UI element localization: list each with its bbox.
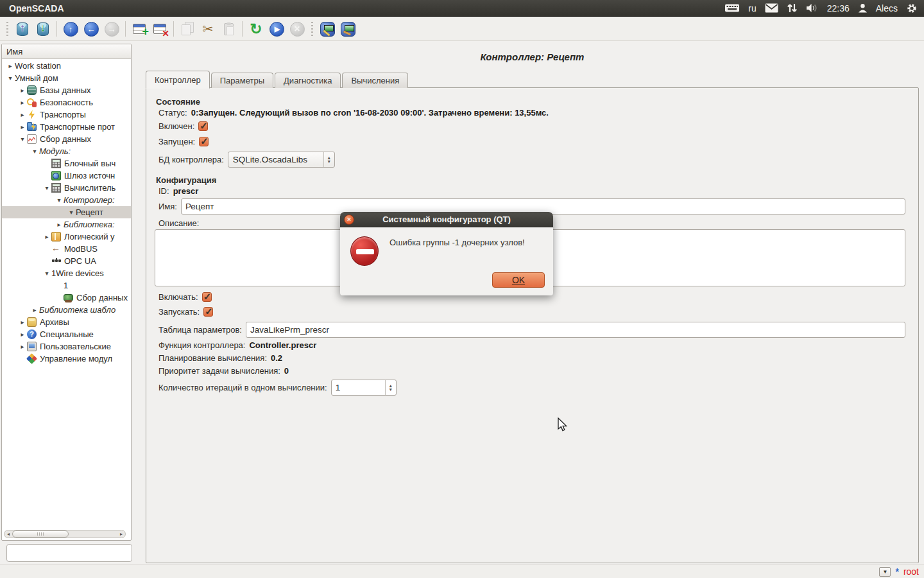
tab-Диагностика[interactable]: Диагностика (275, 73, 341, 88)
tree-item[interactable]: ▾ Умный дом (2, 72, 131, 84)
iterations-spinbox[interactable]: 1 ▲▼ (331, 380, 397, 396)
user-name[interactable]: Alecs (876, 3, 898, 13)
tree-item[interactable]: OPC UA (2, 255, 131, 267)
language-indicator[interactable]: ru (748, 3, 756, 13)
copy-item-button[interactable] (177, 19, 198, 39)
expander-icon[interactable]: ▸ (18, 87, 27, 94)
tree-item[interactable]: ▾ Рецепт (2, 206, 131, 218)
tree-item-label: Блочный выч (64, 159, 116, 168)
tree-item[interactable]: ▸ Транспортные прот (2, 121, 131, 133)
to-start-checkbox[interactable] (203, 307, 213, 317)
user-icon[interactable] (858, 3, 868, 13)
delete-item-button[interactable] (150, 19, 170, 39)
expander-icon[interactable]: ▸ (18, 99, 27, 106)
tree-item[interactable]: ▸ Логический у (2, 231, 131, 243)
ok-button[interactable]: OK (492, 272, 545, 288)
load-from-db-button[interactable] (12, 19, 33, 39)
spinbox-arrows-icon[interactable]: ▲▼ (385, 380, 396, 395)
tree-item[interactable]: Управление модул (2, 353, 131, 365)
volume-icon[interactable] (806, 3, 819, 13)
tree-item[interactable]: Шлюз источн (2, 170, 131, 182)
mail-icon[interactable] (765, 3, 778, 13)
expander-icon[interactable]: ▾ (30, 148, 39, 155)
close-icon[interactable]: ✕ (344, 215, 354, 225)
tree-item[interactable]: ▾ Вычислитель (2, 182, 131, 194)
statusbar-dropdown-icon[interactable]: ▼ (879, 567, 891, 577)
tree-header[interactable]: Имя (2, 44, 131, 59)
tab-Контроллер[interactable]: Контроллер (146, 71, 210, 89)
expander-icon[interactable]: ▾ (18, 136, 27, 143)
tree-item[interactable]: ▾ Сбор данных (2, 133, 131, 145)
param-table-input[interactable] (246, 322, 905, 338)
tree-horizontal-scrollbar[interactable]: ◂ ▸ (4, 530, 126, 538)
tree-item[interactable]: ▾ 1Wire devices (2, 267, 131, 279)
tree-item[interactable]: ▸ Пользовательские (2, 340, 131, 353)
toolbar: ↑←→▶✕ (0, 17, 924, 41)
configurator-button[interactable] (317, 19, 338, 39)
expander-icon[interactable]: ▾ (67, 209, 76, 216)
go-back-button[interactable]: ← (81, 19, 101, 39)
tree-item[interactable]: Блочный выч (2, 157, 131, 170)
expander-icon[interactable]: ▸ (30, 306, 39, 313)
expander-icon[interactable]: ▾ (42, 270, 51, 277)
keyboard-icon[interactable] (724, 3, 740, 13)
to-start-label: Запускать: (158, 307, 200, 317)
clock-indicator[interactable]: 22:36 (827, 3, 850, 13)
scrollbar-thumb[interactable] (12, 530, 69, 538)
save-to-db-button[interactable] (33, 19, 53, 39)
expander-icon[interactable]: ▸ (55, 221, 64, 228)
scroll-left-icon[interactable]: ◂ (4, 531, 12, 537)
paste-item-button[interactable] (218, 19, 239, 39)
toolbar-grip[interactable] (310, 22, 314, 36)
stop-button[interactable]: ✕ (287, 19, 307, 39)
expander-icon[interactable]: ▸ (18, 111, 27, 118)
combobox-spin-icons[interactable]: ▲▼ (323, 152, 334, 167)
tree-filter-input[interactable] (6, 544, 132, 562)
vision-button[interactable] (338, 19, 358, 39)
expander-icon[interactable]: ▸ (18, 331, 27, 338)
tree-item[interactable]: ▸ Транспорты (2, 109, 131, 121)
expander-icon[interactable]: ▸ (42, 233, 51, 240)
running-checkbox[interactable] (199, 137, 209, 146)
tree-item[interactable]: ModBUS (2, 243, 131, 255)
go-forward-button[interactable]: → (101, 19, 122, 39)
iterations-value: 1 (332, 383, 385, 392)
toolbar-grip[interactable] (5, 22, 10, 36)
go-up-icon: ↑ (64, 22, 78, 37)
tree-item[interactable]: ▾ Контроллер: (2, 194, 131, 206)
start-button[interactable]: ▶ (266, 19, 287, 39)
expander-icon[interactable]: ▾ (6, 74, 15, 82)
gear-icon[interactable] (906, 3, 918, 14)
tab-Параметры[interactable]: Параметры (211, 73, 273, 88)
expander-icon[interactable]: ▾ (55, 197, 64, 204)
refresh-button[interactable] (246, 19, 266, 39)
expander-icon[interactable]: ▸ (6, 62, 15, 69)
tree-item[interactable]: ▸ Безопасность (2, 96, 131, 109)
tree-item[interactable]: ▸ Библиотека: (2, 218, 131, 231)
dialog-titlebar[interactable]: ✕ Системный конфигуратор (QT) (340, 212, 553, 227)
expander-icon[interactable]: ▾ (42, 184, 51, 191)
tree-item[interactable]: 1 (2, 279, 131, 292)
cut-item-button[interactable] (198, 19, 218, 39)
tab-Вычисления[interactable]: Вычисления (342, 73, 408, 88)
controller-db-combobox[interactable]: SQLite.OscadaLibs ▲▼ (228, 152, 335, 168)
tab-bar: Контроллер Параметры Диагностика Вычисле… (146, 70, 409, 88)
scroll-right-icon[interactable]: ▸ (117, 531, 125, 537)
to-enable-checkbox[interactable] (202, 292, 212, 302)
go-up-button[interactable]: ↑ (60, 19, 81, 39)
tree-item[interactable]: Сбор данных (2, 292, 131, 304)
expander-icon[interactable]: ▸ (18, 319, 27, 326)
tree-item[interactable]: ▾ Модуль: (2, 145, 131, 157)
question-icon (27, 329, 37, 339)
add-item-button[interactable] (129, 19, 150, 39)
network-updown-icon[interactable] (787, 3, 798, 13)
tree-item[interactable]: ▸ Специальные (2, 328, 131, 340)
tree-item[interactable]: ▸ Архивы (2, 316, 131, 328)
enabled-checkbox[interactable] (198, 121, 208, 131)
tree-item[interactable]: ▸ Базы данных (2, 84, 131, 96)
expander-icon[interactable]: ▸ (18, 123, 27, 130)
expander-icon[interactable]: ▸ (18, 343, 27, 350)
tree-item[interactable]: ▸ Work station (2, 60, 131, 72)
tree-item-label: Шлюз источн (64, 171, 115, 180)
tree-item[interactable]: ▸ Библиотека шабло (2, 304, 131, 316)
